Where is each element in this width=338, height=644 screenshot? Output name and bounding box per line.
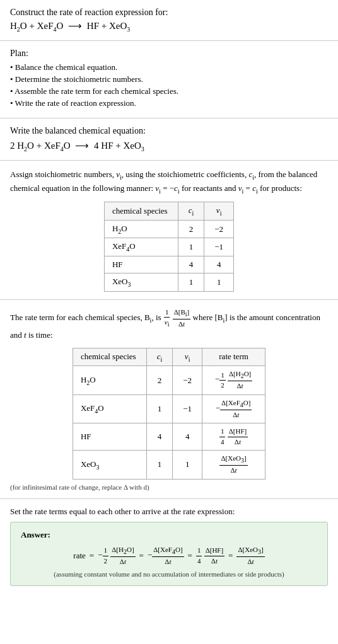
rspecies-hf: HF	[73, 423, 146, 451]
answer-equation: rate = −12 Δ[H2O]Δt = −Δ[XeF4O]Δt = 14 Δ…	[21, 545, 317, 567]
vi-xeo3: 1	[204, 273, 234, 291]
rterm-xeo3: Δ[XeO3]Δt	[202, 451, 265, 480]
table-row: XeO3 1 1 Δ[XeO3]Δt	[73, 451, 265, 480]
plan-section: Plan: • Balance the chemical equation. •…	[0, 41, 338, 118]
rspecies-xef4o: XeF4O	[73, 394, 146, 423]
rterm-hf: 14 Δ[HF]Δt	[202, 423, 265, 451]
rci-hf: 4	[146, 423, 173, 451]
rate-table: chemical species ci νi rate term H2O 2 −…	[73, 348, 265, 480]
rvi-hf: 4	[173, 423, 202, 451]
table-row: XeF4O 1 −1	[104, 238, 233, 256]
ci-h2o: 2	[178, 220, 204, 238]
stoich-table: chemical species ci νi H2O 2 −2 XeF4O 1 …	[104, 202, 234, 291]
rvi-h2o: −2	[173, 366, 202, 395]
table-row: HF 4 4	[104, 256, 233, 273]
table-row: XeF4O 1 −1 −Δ[XeF4O]Δt	[73, 394, 265, 423]
rate-text: The rate term for each chemical species,…	[10, 308, 328, 342]
equals-3: =	[188, 548, 192, 564]
assign-text: Assign stoichiometric numbers, νi, using…	[10, 168, 328, 195]
construct-label: Construct the rate of reaction expressio…	[10, 8, 328, 18]
answer-box: Answer: rate = −12 Δ[H2O]Δt = −Δ[XeF4O]Δ…	[10, 522, 328, 587]
header-section: Construct the rate of reaction expressio…	[0, 0, 338, 41]
species-h2o: H2O	[104, 220, 178, 238]
rate-col-ci: ci	[146, 348, 173, 366]
species-hf: HF	[104, 256, 178, 273]
plan-item-1: • Balance the chemical equation.	[10, 62, 328, 72]
table-row: XeO3 1 1	[104, 273, 233, 291]
rate-label: rate	[73, 548, 85, 564]
set-section: Set the rate terms equal to each other t…	[0, 499, 338, 594]
set-text: Set the rate terms equal to each other t…	[10, 507, 328, 517]
term1: −12 Δ[H2O]Δt	[98, 545, 135, 567]
rvi-xeo3: 1	[173, 451, 202, 480]
rspecies-xeo3: XeO3	[73, 451, 146, 480]
answer-note: (assuming constant volume and no accumul…	[21, 570, 317, 578]
table-row: H2O 2 −2	[104, 220, 233, 238]
assign-section: Assign stoichiometric numbers, νi, using…	[0, 161, 338, 300]
term4: Δ[XeO3]Δt	[236, 545, 264, 567]
plan-title: Plan:	[10, 49, 328, 59]
rci-h2o: 2	[146, 366, 173, 395]
equals-1: =	[90, 548, 94, 564]
species-xef4o: XeF4O	[104, 238, 178, 256]
footnote: (for infinitesimal rate of change, repla…	[10, 483, 328, 491]
rci-xeo3: 1	[146, 451, 173, 480]
rspecies-h2o: H2O	[73, 366, 146, 395]
plan-item-2: • Determine the stoichiometric numbers.	[10, 74, 328, 84]
table-row: HF 4 4 14 Δ[HF]Δt	[73, 423, 265, 451]
ci-xeo3: 1	[178, 273, 204, 291]
rvi-xef4o: −1	[173, 394, 202, 423]
plan-item-4: • Write the rate of reaction expression.	[10, 98, 328, 108]
original-reaction: H2O + XeF4O ⟶ HF + XeO3	[10, 20, 328, 33]
ci-xef4o: 1	[178, 238, 204, 256]
rate-col-vi: νi	[173, 348, 202, 366]
vi-h2o: −2	[204, 220, 234, 238]
rterm-xef4o: −Δ[XeF4O]Δt	[202, 394, 265, 423]
col-vi: νi	[204, 202, 234, 221]
table-row: H2O 2 −2 −12 Δ[H2O]Δt	[73, 366, 265, 395]
col-ci: ci	[178, 202, 204, 221]
equals-4: =	[228, 548, 233, 564]
rate-col-species: chemical species	[73, 348, 146, 366]
rate-col-term: rate term	[202, 348, 265, 366]
rate-section: The rate term for each chemical species,…	[0, 300, 338, 499]
col-species: chemical species	[104, 202, 178, 221]
vi-xef4o: −1	[204, 238, 234, 256]
species-xeo3: XeO3	[104, 273, 178, 291]
balanced-equation: 2 H2O + XeF4O ⟶ 4 HF + XeO3	[10, 140, 328, 152]
term2: −Δ[XeF4O]Δt	[148, 545, 184, 567]
rterm-h2o: −12 Δ[H2O]Δt	[202, 366, 265, 395]
equals-2: =	[139, 548, 144, 564]
ci-hf: 4	[178, 256, 204, 273]
balanced-label: Write the balanced chemical equation:	[10, 126, 328, 136]
vi-hf: 4	[204, 256, 234, 273]
term3: 14 Δ[HF]Δt	[196, 546, 224, 566]
answer-label: Answer:	[21, 530, 317, 540]
plan-item-3: • Assemble the rate term for each chemic…	[10, 86, 328, 96]
rci-xef4o: 1	[146, 394, 173, 423]
balanced-section: Write the balanced chemical equation: 2 …	[0, 118, 338, 161]
